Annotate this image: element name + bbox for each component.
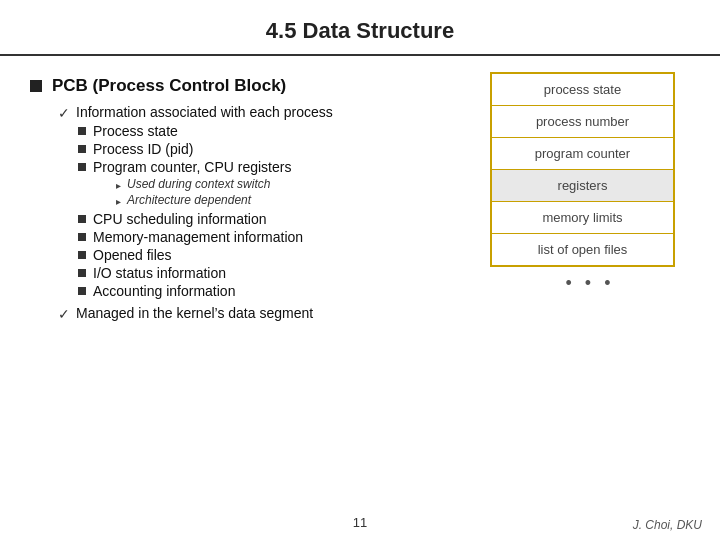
sub-item-b1: CPU scheduling information bbox=[78, 211, 470, 227]
sq-bullet-2 bbox=[78, 145, 86, 153]
sq-bullet-b3 bbox=[78, 251, 86, 259]
pcb-row-1: process state bbox=[492, 74, 673, 106]
slide-title: 4.5 Data Structure bbox=[0, 18, 720, 44]
sq-bullet-3 bbox=[78, 163, 86, 171]
sub-item-text-b2: Memory-management information bbox=[93, 229, 303, 245]
pcb-row-6: list of open files bbox=[492, 234, 673, 265]
sub-item-text-b3: Opened files bbox=[93, 247, 172, 263]
pcb-row-3: program counter bbox=[492, 138, 673, 170]
sub-item-text-3: Program counter, CPU registers bbox=[93, 159, 291, 175]
dot-text-1: Used during context switch bbox=[127, 177, 270, 191]
slide-header: 4.5 Data Structure bbox=[0, 0, 720, 56]
checkmark-icon-2: ✓ bbox=[58, 306, 70, 322]
sq-bullet-1 bbox=[78, 127, 86, 135]
pcb-row-2: process number bbox=[492, 106, 673, 138]
dot-item-2: ▸ Architecture dependent bbox=[116, 193, 470, 207]
sub-items-top: Process state Process ID (pid) Program c… bbox=[78, 123, 470, 207]
sub-item-b5: Accounting information bbox=[78, 283, 470, 299]
sq-bullet-b4 bbox=[78, 269, 86, 277]
main-bullet-label: PCB (Process Control Block) bbox=[52, 76, 286, 96]
sub-item-b2: Memory-management information bbox=[78, 229, 470, 245]
checkmark-icon: ✓ bbox=[58, 105, 70, 121]
sq-bullet-b2 bbox=[78, 233, 86, 241]
sub-item-text-2: Process ID (pid) bbox=[93, 141, 193, 157]
square-bullet-icon bbox=[30, 80, 42, 92]
check-list-1: ✓ Information associated with each proce… bbox=[58, 104, 470, 299]
pcb-box: process state process number program cou… bbox=[490, 72, 675, 267]
slide-content: PCB (Process Control Block) ✓ Informatio… bbox=[0, 72, 720, 328]
dot-bullet-1: ▸ bbox=[116, 180, 121, 191]
author-label: J. Choi, DKU bbox=[633, 518, 702, 532]
main-bullet: PCB (Process Control Block) bbox=[30, 76, 470, 96]
check-text-2: Managed in the kernel’s data segment bbox=[76, 305, 313, 321]
sub-items-bottom: CPU scheduling information Memory-manage… bbox=[78, 211, 470, 299]
sub-item-2: Process ID (pid) bbox=[78, 141, 470, 157]
check-item-1: ✓ Information associated with each proce… bbox=[58, 104, 470, 121]
dot-bullet-2: ▸ bbox=[116, 196, 121, 207]
sq-bullet-b1 bbox=[78, 215, 86, 223]
pcb-row-5: memory limits bbox=[492, 202, 673, 234]
sub-item-3: Program counter, CPU registers bbox=[78, 159, 470, 175]
dot-item-1: ▸ Used during context switch bbox=[116, 177, 470, 191]
pcb-row-4: registers bbox=[492, 170, 673, 202]
page-number: 11 bbox=[353, 515, 367, 530]
sub-item-text-b4: I/O status information bbox=[93, 265, 226, 281]
sq-bullet-b5 bbox=[78, 287, 86, 295]
sub-item-text-b1: CPU scheduling information bbox=[93, 211, 267, 227]
sub-item-text-1: Process state bbox=[93, 123, 178, 139]
check-item-2: ✓ Managed in the kernel’s data segment bbox=[58, 305, 470, 322]
sub-item-1: Process state bbox=[78, 123, 470, 139]
check-text-1: Information associated with each process bbox=[76, 104, 333, 120]
pcb-diagram: process state process number program cou… bbox=[490, 72, 690, 328]
pcb-dots: • • • bbox=[490, 267, 690, 298]
sub-item-text-b5: Accounting information bbox=[93, 283, 235, 299]
check-list-2: ✓ Managed in the kernel’s data segment bbox=[58, 305, 470, 322]
sub-item-b4: I/O status information bbox=[78, 265, 470, 281]
sub-item-b3: Opened files bbox=[78, 247, 470, 263]
dot-text-2: Architecture dependent bbox=[127, 193, 251, 207]
text-area: PCB (Process Control Block) ✓ Informatio… bbox=[30, 72, 470, 328]
dot-items: ▸ Used during context switch ▸ Architect… bbox=[96, 177, 470, 207]
